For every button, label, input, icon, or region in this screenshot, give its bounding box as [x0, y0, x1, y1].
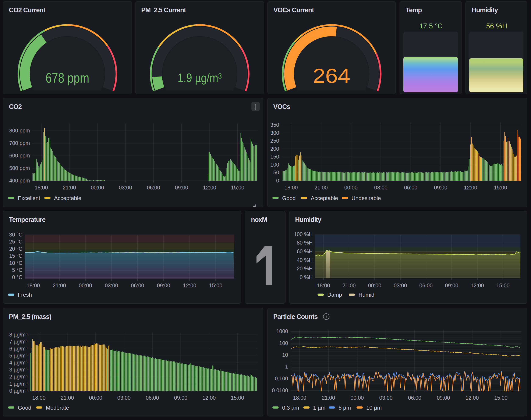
svg-text:00:00: 00:00 — [79, 283, 92, 288]
svg-text:09:00: 09:00 — [445, 283, 458, 288]
svg-text:200: 200 — [270, 146, 279, 152]
svg-text:1000: 1000 — [276, 328, 288, 334]
svg-text:VOCs: VOCs — [273, 103, 290, 110]
svg-text:15:00: 15:00 — [494, 395, 508, 401]
svg-text:15 °C: 15 °C — [9, 253, 22, 259]
svg-text:03:00: 03:00 — [117, 395, 131, 401]
svg-text:600 ppm: 600 ppm — [9, 152, 30, 159]
svg-text:Moderate: Moderate — [46, 405, 69, 411]
svg-text:0 µg/m³: 0 µg/m³ — [9, 388, 27, 394]
svg-text:06:00: 06:00 — [419, 283, 433, 288]
svg-text:10 °C: 10 °C — [9, 260, 22, 266]
svg-text:5 °C: 5 °C — [12, 267, 22, 273]
svg-text:06:00: 06:00 — [404, 185, 417, 191]
svg-text:18:00: 18:00 — [293, 395, 306, 401]
svg-text:60 %H: 60 %H — [297, 248, 313, 254]
svg-text:80 %H: 80 %H — [297, 240, 313, 246]
svg-text:Humid: Humid — [358, 292, 374, 298]
svg-text:00:00: 00:00 — [91, 185, 104, 191]
svg-text:VOCs Current: VOCs Current — [273, 6, 314, 14]
svg-text:12:00: 12:00 — [470, 283, 484, 288]
svg-text:1 µg/m³: 1 µg/m³ — [9, 381, 27, 387]
svg-text:4 µg/m³: 4 µg/m³ — [9, 360, 27, 366]
svg-text:100: 100 — [279, 340, 288, 346]
svg-text:Damp: Damp — [327, 292, 342, 298]
svg-text:06:00: 06:00 — [408, 395, 421, 401]
svg-text:09:00: 09:00 — [434, 185, 447, 191]
svg-text:21:00: 21:00 — [63, 185, 76, 191]
svg-text:03:00: 03:00 — [374, 185, 388, 191]
svg-text:03:00: 03:00 — [394, 283, 407, 288]
svg-text:0.3 µm: 0.3 µm — [282, 405, 299, 411]
svg-text:09:00: 09:00 — [174, 395, 187, 401]
svg-text:264: 264 — [313, 64, 350, 87]
svg-text:100: 100 — [270, 162, 279, 168]
svg-text:18:00: 18:00 — [317, 283, 330, 288]
svg-text:Acceptable: Acceptable — [311, 195, 338, 201]
svg-text:10 µm: 10 µm — [366, 405, 382, 411]
svg-text:400 ppm: 400 ppm — [9, 178, 30, 183]
svg-text:03:00: 03:00 — [105, 283, 118, 288]
svg-text:Humidity: Humidity — [295, 216, 321, 223]
svg-text:3 µg/m³: 3 µg/m³ — [9, 367, 27, 373]
svg-text:Good: Good — [282, 195, 296, 201]
svg-text:1: 1 — [285, 364, 288, 370]
svg-text:100 %H: 100 %H — [294, 231, 313, 237]
svg-text:5 µm: 5 µm — [338, 405, 351, 411]
svg-text:8 µg/m³: 8 µg/m³ — [9, 332, 27, 338]
svg-text:40 %H: 40 %H — [297, 257, 313, 263]
svg-text:0 %H: 0 %H — [300, 274, 313, 280]
svg-text:12:00: 12:00 — [203, 185, 216, 191]
svg-text:CO2 Current: CO2 Current — [9, 6, 45, 14]
svg-text:PM_2.5 Current: PM_2.5 Current — [141, 6, 186, 14]
svg-text:1 µm: 1 µm — [313, 405, 325, 411]
svg-text:09:00: 09:00 — [437, 395, 450, 401]
svg-text:5 µg/m³: 5 µg/m³ — [9, 353, 27, 359]
svg-text:0.0100: 0.0100 — [272, 387, 288, 393]
svg-text:21:00: 21:00 — [53, 283, 66, 288]
svg-text:6 µg/m³: 6 µg/m³ — [9, 346, 27, 352]
svg-text:00:00: 00:00 — [344, 185, 358, 191]
svg-text:21:00: 21:00 — [314, 185, 328, 191]
svg-text:03:00: 03:00 — [119, 185, 132, 191]
svg-text:06:00: 06:00 — [147, 185, 160, 191]
svg-text:800 ppm: 800 ppm — [9, 128, 30, 134]
svg-text:18:00: 18:00 — [27, 283, 40, 288]
svg-text:20 °C: 20 °C — [9, 246, 22, 252]
svg-text:21:00: 21:00 — [342, 283, 356, 288]
svg-text:Particle Counts: Particle Counts — [273, 313, 318, 320]
svg-text:678 ppm: 678 ppm — [46, 70, 89, 86]
svg-text:150: 150 — [270, 154, 279, 160]
svg-text:09:00: 09:00 — [157, 283, 170, 288]
svg-text:Good: Good — [18, 405, 31, 411]
svg-text:12:00: 12:00 — [202, 395, 216, 401]
svg-text:12:00: 12:00 — [466, 395, 479, 401]
svg-text:15:00: 15:00 — [209, 283, 222, 288]
svg-text:Temperature: Temperature — [9, 216, 46, 223]
svg-text:Fresh: Fresh — [18, 292, 32, 298]
svg-text:06:00: 06:00 — [131, 283, 144, 288]
svg-text:0: 0 — [276, 178, 279, 183]
svg-text:15:00: 15:00 — [494, 185, 507, 191]
svg-text:06:00: 06:00 — [146, 395, 159, 401]
svg-text:21:00: 21:00 — [61, 395, 74, 401]
svg-text:20 %H: 20 %H — [297, 266, 313, 271]
svg-text:50: 50 — [273, 169, 279, 176]
svg-text:700 ppm: 700 ppm — [9, 140, 30, 146]
svg-text:1.9 µg/m³: 1.9 µg/m³ — [178, 71, 222, 85]
svg-text:2 µg/m³: 2 µg/m³ — [9, 374, 27, 379]
svg-text:18:00: 18:00 — [35, 185, 48, 191]
svg-text:350: 350 — [270, 122, 279, 128]
svg-text:0.100: 0.100 — [275, 375, 288, 381]
svg-text:15:00: 15:00 — [231, 185, 244, 191]
svg-text:10: 10 — [282, 352, 288, 358]
svg-text:0 °C: 0 °C — [12, 274, 22, 280]
svg-text:300: 300 — [270, 130, 279, 136]
svg-text:21:00: 21:00 — [322, 395, 335, 401]
svg-text:18:00: 18:00 — [285, 185, 298, 191]
svg-text:00:00: 00:00 — [89, 395, 102, 401]
svg-text:00:00: 00:00 — [351, 395, 364, 401]
svg-text:09:00: 09:00 — [175, 185, 188, 191]
svg-text:12:00: 12:00 — [464, 185, 477, 191]
svg-text:Acceptable: Acceptable — [54, 195, 81, 201]
